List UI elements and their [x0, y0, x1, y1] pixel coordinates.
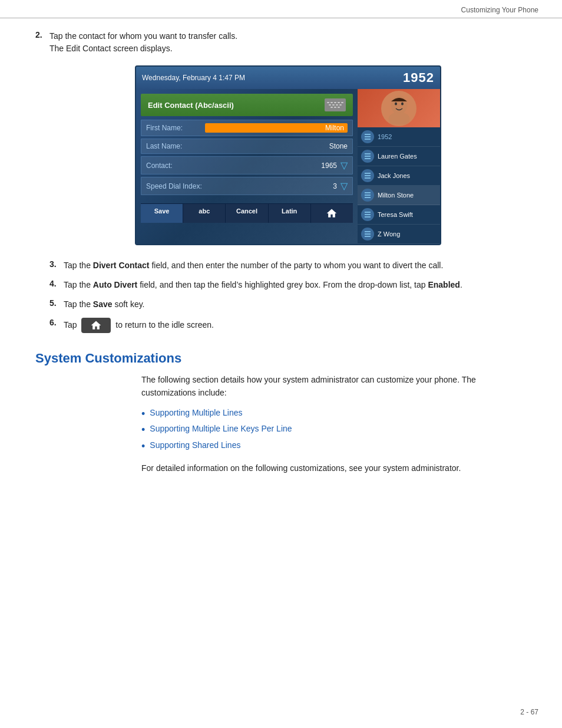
svg-point-3 — [401, 103, 404, 106]
svg-point-1 — [388, 112, 409, 124]
step-2-block: 2. Tap the contact for whom you want to … — [35, 30, 527, 55]
step-3-number: 3. — [49, 259, 64, 269]
phone-mockup-wrapper: Wednesday, February 4 1:47 PM 1952 Edit … — [49, 65, 527, 245]
bullet-item-1: • Supporting Multiple Lines — [141, 408, 527, 421]
contact-dropdown-icon[interactable]: ▽ — [340, 160, 348, 171]
contact-name-jack: Jack Jones — [378, 172, 410, 179]
contact-item-wong[interactable]: Z Wong — [358, 225, 440, 244]
bullet-dot-2: • — [141, 424, 145, 437]
last-name-value: Stone — [205, 142, 348, 150]
step-2-number: 2. — [35, 30, 49, 39]
section-footer: For detailed information on the followin… — [141, 462, 527, 475]
home-inline-icon — [90, 319, 102, 331]
contact-name-milton: Milton Stone — [378, 192, 414, 199]
bullet-link-2[interactable]: Supporting Multiple Line Keys Per Line — [150, 424, 292, 433]
contact-item-lauren[interactable]: Lauren Gates — [358, 147, 440, 166]
bullet-dot-3: • — [141, 440, 145, 453]
phone-date: Wednesday, February 4 1:47 PM — [142, 74, 245, 82]
step-4-number: 4. — [49, 279, 64, 288]
step-5-text: Tap the Save soft key. — [64, 298, 145, 311]
contact-icon-teresa — [361, 208, 374, 221]
home-button-inline — [81, 318, 111, 333]
section-body: The following section details how your s… — [141, 373, 527, 475]
last-name-row: Last Name: Stone — [141, 139, 353, 154]
step-3-bold: Divert Contact — [93, 261, 150, 270]
step-4-bold: Auto Divert — [93, 280, 137, 289]
step-6-number: 6. — [49, 318, 64, 327]
edit-contact-label: Edit Contact (Abc/ascii) — [148, 101, 234, 110]
contact-icon-milton — [361, 189, 374, 202]
softkey-save[interactable]: Save — [141, 204, 183, 223]
contact-icon-wong — [361, 228, 374, 241]
bullet-item-3: • Supporting Shared Lines — [141, 440, 527, 453]
section-title: System Customizations — [35, 351, 527, 366]
step-4-text: Tap the Auto Divert field, and then tap … — [64, 279, 462, 291]
step-4-block: 4. Tap the Auto Divert field, and then t… — [49, 279, 527, 291]
bullet-link-3[interactable]: Supporting Shared Lines — [150, 440, 240, 450]
page-header: Customizing Your Phone — [0, 0, 562, 18]
step-6-block: 6. Tap to return to the idle screen. — [49, 318, 527, 333]
contact-icon-lauren — [361, 150, 374, 163]
contact-label: Contact: — [146, 162, 205, 170]
avatar-svg — [383, 92, 415, 124]
step-5-number: 5. — [49, 298, 64, 308]
step-5-block: 5. Tap the Save soft key. — [49, 298, 527, 311]
phone-right-panel: 1952 Lauren Gates — [358, 89, 440, 244]
contact-item-jack[interactable]: Jack Jones — [358, 166, 440, 186]
contact-avatar-area — [358, 89, 440, 127]
bullet-list: • Supporting Multiple Lines • Supporting… — [141, 408, 527, 453]
contact-item-1952[interactable]: 1952 — [358, 127, 440, 147]
avatar-face — [381, 91, 416, 126]
form-fields: First Name: Milton Last Name: Stone Cont… — [136, 116, 358, 201]
home-icon — [326, 207, 338, 219]
svg-point-2 — [395, 103, 397, 106]
bullet-dot-1: • — [141, 408, 145, 421]
page-number: 2 - 67 — [520, 708, 538, 716]
contact-icon-1952 — [361, 130, 374, 143]
step-3-text: Tap the Divert Contact field, and then e… — [64, 259, 443, 272]
first-name-row: First Name: Milton — [141, 120, 353, 136]
phone-topbar: Wednesday, February 4 1:47 PM 1952 — [136, 67, 440, 89]
softkeys-bar: Save abc Cancel Latin — [141, 203, 353, 223]
last-name-label: Last Name: — [146, 142, 205, 150]
contact-name-wong: Z Wong — [378, 230, 400, 238]
phone-time: 1952 — [403, 70, 434, 85]
softkey-home[interactable] — [311, 204, 353, 223]
contact-name-teresa: Teresa Swift — [378, 211, 413, 218]
first-name-value: Milton — [205, 123, 348, 133]
speed-dial-value: 3 — [205, 182, 337, 190]
header-title: Customizing Your Phone — [461, 6, 538, 14]
contact-name-lauren: Lauren Gates — [378, 153, 417, 160]
step-4-bold2: Enabled — [428, 280, 459, 289]
phone-body: Edit Contact (Abc/ascii) — [136, 89, 440, 244]
first-name-label: First Name: — [146, 124, 205, 132]
contact-number-1952: 1952 — [378, 133, 392, 140]
main-content: 2. Tap the contact for whom you want to … — [0, 18, 562, 486]
speed-dial-dropdown-icon[interactable]: ▽ — [340, 180, 348, 192]
step-6-text: Tap to return to the idle screen. — [64, 318, 214, 333]
steps-3-6: 3. Tap the Divert Contact field, and the… — [49, 259, 527, 333]
step-5-bold: Save — [93, 299, 113, 309]
section-intro: The following section details how your s… — [141, 373, 527, 400]
contact-value: 1965 — [205, 162, 337, 170]
contact-item-teresa[interactable]: Teresa Swift — [358, 205, 440, 225]
bullet-link-1[interactable]: Supporting Multiple Lines — [150, 408, 242, 417]
contact-row: Contact: 1965 ▽ — [141, 156, 353, 174]
keyboard-icon — [325, 98, 346, 111]
contact-item-milton[interactable]: Milton Stone — [358, 186, 440, 205]
softkey-abc[interactable]: abc — [183, 204, 226, 223]
contact-icon-jack — [361, 169, 374, 182]
phone-left-panel: Edit Contact (Abc/ascii) — [136, 89, 358, 244]
speed-dial-label: Speed Dial Index: — [146, 182, 205, 190]
speed-dial-row: Speed Dial Index: 3 ▽ — [141, 177, 353, 195]
edit-contact-bar: Edit Contact (Abc/ascii) — [141, 94, 353, 116]
softkey-latin[interactable]: Latin — [269, 204, 311, 223]
step-3-block: 3. Tap the Divert Contact field, and the… — [49, 259, 527, 272]
softkey-cancel[interactable]: Cancel — [226, 204, 268, 223]
bullet-item-2: • Supporting Multiple Line Keys Per Line — [141, 424, 527, 437]
phone-mockup: Wednesday, February 4 1:47 PM 1952 Edit … — [135, 65, 441, 245]
step-2-text: Tap the contact for whom you want to tra… — [49, 30, 237, 55]
